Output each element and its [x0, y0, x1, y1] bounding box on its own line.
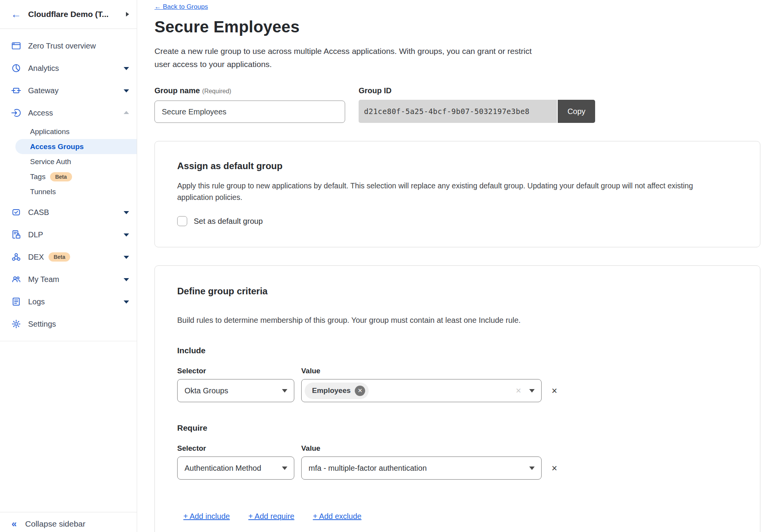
require-rule-row: Authentication Method mfa - multiple-fac…: [177, 456, 738, 480]
collapse-sidebar-button[interactable]: « Collapse sidebar: [0, 512, 137, 532]
sidebar-item-label: CASB: [28, 208, 49, 217]
chevron-down-icon: [124, 67, 129, 70]
default-group-card-title: Assign as default group: [177, 161, 738, 171]
value-chip-label: Employees: [312, 386, 351, 395]
chevron-down-icon: [124, 278, 129, 281]
gear-icon: [11, 319, 21, 329]
sidebar-item-label: Access Groups: [30, 143, 84, 151]
sidebar-item-applications[interactable]: Applications: [0, 124, 137, 139]
sidebar-item-settings[interactable]: Settings: [0, 313, 137, 335]
page-title: Secure Employees: [154, 18, 760, 36]
sidebar-item-label: Service Auth: [30, 158, 71, 166]
sidebar-item-label: Tags: [30, 173, 45, 181]
sidebar-header: ← Cloudflare Demo (T...: [0, 0, 137, 29]
sidebar-item-tags[interactable]: Tags Beta: [0, 169, 137, 184]
require-value-dropdown[interactable]: mfa - multiple-factor authentication: [301, 456, 542, 480]
beta-badge: Beta: [49, 252, 70, 262]
sidebar-item-casb[interactable]: CASB: [0, 201, 137, 223]
chevron-down-icon: [529, 389, 535, 393]
include-value-multiselect[interactable]: Employees ✕ ×: [301, 379, 542, 402]
chevron-down-icon: [124, 89, 129, 92]
criteria-card: Define group criteria Build rules to det…: [154, 265, 760, 532]
casb-icon: [11, 207, 21, 218]
chevron-down-icon: [124, 211, 129, 214]
sidebar-item-label: Tunnels: [30, 188, 56, 196]
collapse-sidebar-label: Collapse sidebar: [25, 519, 85, 529]
sidebar-nav: Zero Trust overview Analytics Gateway Ac…: [0, 29, 137, 341]
sidebar-item-label: Settings: [28, 320, 56, 329]
back-to-groups-link[interactable]: ← Back to Groups: [154, 3, 208, 11]
require-selector-label: Selector: [177, 444, 301, 453]
access-icon: [11, 108, 21, 118]
require-selector-dropdown[interactable]: Authentication Method: [177, 456, 294, 480]
sidebar-item-label: Zero Trust overview: [28, 42, 96, 50]
sidebar-item-label: Analytics: [28, 64, 59, 73]
back-arrow-icon[interactable]: ←: [11, 9, 21, 20]
set-default-group-option[interactable]: Set as default group: [177, 216, 738, 226]
double-chevron-left-icon: «: [12, 519, 17, 529]
sidebar-item-logs[interactable]: Logs: [0, 290, 137, 313]
remove-include-rule-icon[interactable]: ×: [552, 386, 557, 396]
add-require-link[interactable]: + Add require: [248, 512, 295, 521]
add-include-link[interactable]: + Add include: [183, 512, 230, 521]
include-selector-label: Selector: [177, 367, 301, 375]
sidebar-item-my-team[interactable]: My Team: [0, 268, 137, 290]
account-title: Cloudflare Demo (T...: [28, 10, 123, 19]
criteria-card-description: Build rules to determine membership of t…: [177, 316, 738, 325]
group-id-label: Group ID: [359, 86, 595, 95]
sidebar-item-label: My Team: [28, 275, 59, 284]
sidebar-item-label: Logs: [28, 297, 45, 306]
sidebar-item-service-auth[interactable]: Service Auth: [0, 154, 137, 169]
page-description: Create a new rule group to use across mu…: [154, 45, 532, 71]
include-value-label: Value: [301, 367, 320, 375]
add-exclude-link[interactable]: + Add exclude: [313, 512, 361, 521]
sidebar-item-label: DEX: [28, 253, 44, 262]
sidebar-item-dex[interactable]: DEX Beta: [0, 246, 137, 268]
sidebar-item-analytics[interactable]: Analytics: [0, 57, 137, 79]
default-group-card: Assign as default group Apply this rule …: [154, 141, 760, 247]
require-value-label: Value: [301, 444, 320, 453]
clear-values-icon[interactable]: ×: [516, 385, 521, 396]
chevron-right-icon[interactable]: [126, 12, 129, 17]
sidebar: ← Cloudflare Demo (T... Zero Trust overv…: [0, 0, 137, 532]
chevron-down-icon: [124, 300, 129, 304]
chevron-down-icon: [282, 389, 287, 393]
set-default-group-label: Set as default group: [194, 217, 263, 226]
default-group-card-description: Apply this rule group to new application…: [177, 180, 724, 203]
remove-require-rule-icon[interactable]: ×: [552, 463, 557, 473]
browser-window-icon: [11, 41, 21, 51]
criteria-card-title: Define group criteria: [177, 286, 738, 297]
copy-button[interactable]: Copy: [558, 100, 595, 123]
sidebar-item-dlp[interactable]: DLP: [0, 223, 137, 246]
set-default-group-checkbox[interactable]: [177, 216, 187, 226]
sidebar-item-label: Gateway: [28, 86, 59, 95]
sidebar-item-tunnels[interactable]: Tunnels: [0, 184, 137, 199]
chevron-down-icon: [282, 467, 287, 470]
group-name-input[interactable]: [154, 101, 345, 123]
sidebar-item-access-groups[interactable]: Access Groups: [15, 139, 137, 154]
main-content: ← Back to Groups Secure Employees Create…: [138, 0, 770, 532]
log-list-icon: [11, 297, 21, 307]
include-selector-dropdown[interactable]: Okta Groups: [177, 379, 294, 402]
people-icon: [11, 274, 21, 285]
chevron-down-icon: [124, 233, 129, 237]
chevron-down-icon: [529, 467, 535, 470]
group-name-label-row: Group name(Required): [154, 86, 345, 95]
require-heading: Require: [177, 423, 738, 433]
value-chip: Employees ✕: [305, 383, 369, 399]
sidebar-divider: [0, 341, 137, 341]
sidebar-item-access[interactable]: Access: [0, 102, 137, 124]
include-heading: Include: [177, 346, 738, 355]
sidebar-item-zero-trust-overview[interactable]: Zero Trust overview: [0, 35, 137, 57]
document-lock-icon: [11, 230, 21, 240]
gateway-icon: [11, 86, 21, 96]
network-nodes-icon: [11, 252, 21, 262]
remove-chip-icon[interactable]: ✕: [355, 386, 365, 396]
group-id-value: d21ce80f-5a25-4bcf-9b07-5032197e3be8: [359, 100, 557, 123]
sidebar-item-label: Applications: [30, 128, 69, 136]
require-selector-value: Authentication Method: [185, 464, 261, 473]
beta-badge: Beta: [50, 172, 72, 181]
sidebar-item-gateway[interactable]: Gateway: [0, 79, 137, 102]
require-value: mfa - multiple-factor authentication: [309, 464, 427, 473]
group-name-id-row: Group name(Required) Group ID d21ce80f-5…: [154, 86, 760, 123]
